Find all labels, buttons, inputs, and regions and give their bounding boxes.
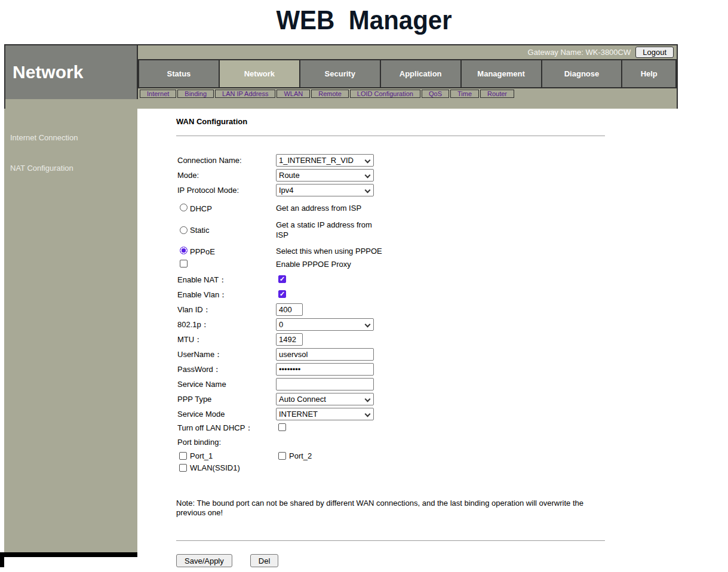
mtu-label: MTU：	[176, 334, 276, 345]
logout-button[interactable]: Logout	[635, 47, 674, 58]
service-name-input[interactable]	[276, 378, 374, 390]
subnav-internet[interactable]: Internet	[140, 90, 176, 98]
enable-vlan-checkbox[interactable]	[278, 290, 286, 298]
vlan-id-input[interactable]	[276, 303, 303, 316]
section-title: Network	[5, 45, 138, 99]
ppp-type-label: PPP Type	[176, 395, 276, 404]
divider-top	[176, 136, 605, 136]
subnav-lan-ip-address[interactable]: LAN IP Address	[215, 90, 275, 98]
password-input[interactable]	[276, 363, 374, 376]
header-bottom-strip	[5, 99, 677, 109]
tab-diagnose[interactable]: Diagnose	[542, 60, 622, 87]
ip-protocol-mode-label: IP Protocol Mode:	[176, 186, 276, 195]
pppoe-proxy-checkbox[interactable]	[180, 260, 188, 267]
dot1p-label: 802.1p：	[176, 319, 276, 330]
header-frame: Network Gateway Name: WK-3800CW Logout S…	[4, 44, 678, 109]
chevron-down-icon	[365, 396, 371, 402]
save-apply-button[interactable]: Save/Apply	[176, 554, 232, 567]
port-2-checkbox[interactable]	[278, 452, 286, 460]
subnav-loid-configuration[interactable]: LOID Configuration	[350, 90, 420, 98]
subnav-time[interactable]: Time	[450, 90, 479, 98]
ip-protocol-mode-select[interactable]: Ipv4	[276, 184, 374, 196]
binding-note: Note: The bound port can not be shared b…	[176, 499, 594, 518]
subnav-wlan[interactable]: WLAN	[277, 90, 310, 98]
bottom-left-notch	[0, 557, 4, 567]
port-binding-label: Port binding:	[176, 438, 276, 447]
del-button[interactable]: Del	[250, 554, 279, 567]
tab-application[interactable]: Application	[381, 60, 460, 87]
sidebar-footer-strip	[0, 552, 137, 557]
wlan-ssid1-label: WLAN(SSID1)	[190, 463, 240, 472]
gateway-name-label: Gateway Name: WK-3800CW	[528, 48, 631, 57]
ppp-type-select[interactable]: Auto Connect	[276, 393, 374, 405]
service-mode-value: INTERNET	[279, 410, 363, 419]
mode-select[interactable]: Route	[276, 169, 374, 182]
static-radio-label: Static	[190, 225, 210, 235]
chevron-down-icon	[365, 158, 371, 164]
ip-protocol-mode-value: Ipv4	[279, 186, 363, 195]
connection-name-value: 1_INTERNET_R_VID	[279, 156, 363, 165]
ppp-type-value: Auto Connect	[279, 395, 363, 404]
enable-nat-checkbox[interactable]	[278, 275, 286, 283]
tab-management[interactable]: Management	[462, 60, 541, 87]
divider-bottom	[176, 540, 605, 541]
chevron-down-icon	[365, 322, 371, 328]
pppoe-proxy-description: Enable PPPOE Proxy	[276, 260, 351, 269]
port-1-checkbox[interactable]	[179, 452, 187, 460]
chevron-down-icon	[365, 173, 371, 179]
connection-name-select[interactable]: 1_INTERNET_R_VID	[276, 154, 374, 167]
connection-name-label: Connection Name:	[176, 156, 276, 165]
enable-vlan-label: Enable Vlan：	[176, 290, 276, 300]
dhcp-description: Get an address from ISP	[276, 204, 361, 213]
sub-nav: Internet Binding LAN IP Address WLAN Rem…	[138, 88, 677, 99]
tab-network[interactable]: Network	[220, 60, 299, 87]
dhcp-radio-label: DHCP	[190, 204, 212, 213]
wan-configuration-title: WAN Configuration	[176, 117, 728, 126]
pppoe-radio[interactable]	[180, 247, 188, 254]
chevron-down-icon	[365, 411, 371, 417]
dhcp-radio[interactable]	[180, 204, 188, 211]
main-tabs: Status Network Security Application Mana…	[138, 59, 677, 88]
static-description: Get a static IP address from ISP	[276, 220, 380, 240]
service-mode-select[interactable]: INTERNET	[276, 408, 374, 420]
port-1-label: Port_1	[190, 451, 213, 460]
page-title: WEB Manager	[0, 0, 728, 45]
turn-off-lan-dhcp-label: Turn off LAN DHCP：	[176, 423, 276, 433]
vlan-id-label: Vlan ID：	[176, 305, 276, 315]
dot1p-value: 0	[279, 320, 363, 329]
tab-status[interactable]: Status	[139, 60, 219, 87]
port-2-label: Port_2	[289, 451, 312, 460]
service-name-label: Service Name	[176, 380, 276, 389]
main-content: WAN Configuration Connection Name: 1_INT…	[137, 109, 728, 567]
sidebar-item-nat-configuration[interactable]: NAT Configuration	[10, 164, 137, 173]
sidebar: Internet Connection NAT Configuration	[4, 109, 137, 552]
username-input[interactable]	[276, 348, 374, 361]
password-label: PassWord：	[176, 364, 276, 375]
subnav-qos[interactable]: QoS	[422, 90, 449, 98]
subnav-binding[interactable]: Binding	[177, 90, 214, 98]
wlan-ssid1-checkbox[interactable]	[179, 464, 187, 472]
mode-label: Mode:	[176, 171, 276, 180]
chevron-down-icon	[365, 187, 371, 193]
gateway-bar: Gateway Name: WK-3800CW Logout	[138, 45, 677, 59]
username-label: UserName：	[176, 349, 276, 360]
mtu-input[interactable]	[276, 333, 303, 346]
subnav-remote[interactable]: Remote	[311, 90, 349, 98]
pppoe-description: Select this when using PPPOE	[276, 247, 382, 256]
pppoe-radio-label: PPPoE	[190, 247, 215, 256]
mode-value: Route	[279, 171, 363, 180]
static-radio[interactable]	[180, 226, 188, 234]
enable-nat-label: Enable NAT：	[176, 275, 276, 285]
tab-security[interactable]: Security	[300, 60, 380, 87]
subnav-router[interactable]: Router	[480, 90, 514, 98]
service-mode-label: Service Mode	[176, 410, 276, 419]
sidebar-item-internet-connection[interactable]: Internet Connection	[10, 133, 137, 143]
tab-help[interactable]: Help	[622, 60, 675, 87]
turn-off-lan-dhcp-checkbox[interactable]	[278, 423, 286, 431]
dot1p-select[interactable]: 0	[276, 318, 374, 331]
